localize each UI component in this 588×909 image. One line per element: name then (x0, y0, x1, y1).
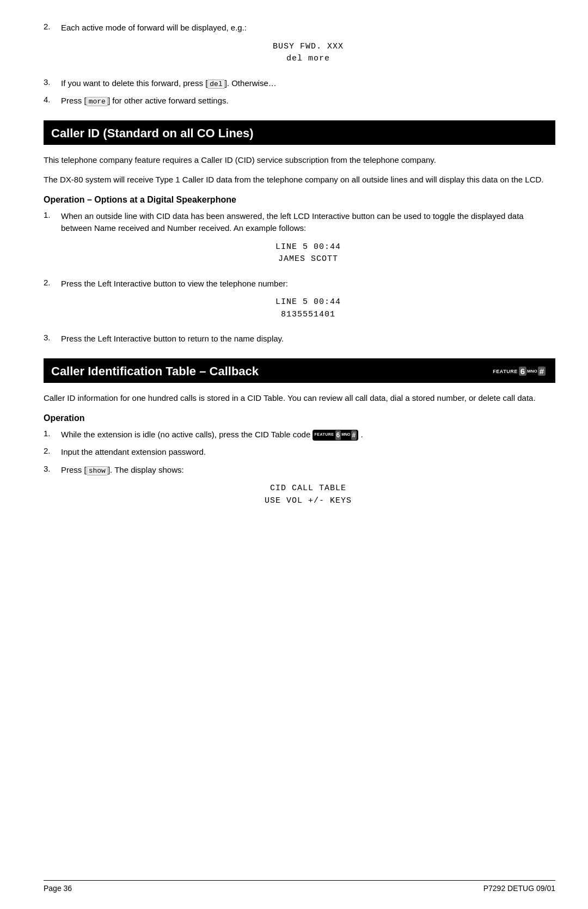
badge-mno-label: MNO (527, 369, 537, 374)
intro-item-4-text-before: Press [ (61, 96, 87, 105)
callback-item-1-text: While the extension is idle (no active c… (61, 430, 310, 439)
intro-item-3: 3. If you want to delete this forward, p… (44, 77, 555, 90)
intro-item-3-num: 3. (44, 77, 54, 87)
callback-body: Caller ID information for one hundred ca… (44, 392, 555, 514)
page-footer: Page 36 P7292 DETUG 09/01 (44, 880, 555, 893)
caller-id-item-1-num: 1. (44, 210, 54, 219)
intro-lcd-line2: del more (61, 53, 555, 65)
intro-section: 2. Each active mode of forward will be d… (44, 22, 555, 107)
caller-id-para1: This telephone company feature requires … (44, 154, 555, 167)
inline-badge-mno: MNO (341, 432, 350, 438)
intro-item-3-key: del (207, 80, 224, 89)
callback-item-2-num: 2. (44, 446, 54, 455)
callback-lcd-line1: CID CALL TABLE (61, 483, 555, 495)
caller-id-item-1: 1. When an outside line with CID data ha… (44, 210, 555, 272)
intro-item-4-num: 4. (44, 95, 54, 104)
callback-item-3: 3. Press [show]. The display shows: CID … (44, 464, 555, 514)
caller-id-subsection-title: Operation – Options at a Digital Speaker… (44, 195, 555, 205)
intro-item-2-num: 2. (44, 22, 54, 31)
callback-item-3-text-after: ]. The display shows: (108, 465, 184, 474)
badge-hash: # (538, 367, 546, 376)
intro-item-4-text-after: ] for other active forward settings. (108, 96, 229, 105)
callback-item-3-key: show (87, 466, 108, 475)
caller-id-item-2-text: Press the Left Interactive button to vie… (61, 279, 288, 288)
caller-id-item-3-text: Press the Left Interactive button to ret… (61, 334, 284, 343)
footer-page: Page 36 (44, 884, 72, 893)
callback-item-3-content: Press [show]. The display shows: CID CAL… (61, 464, 555, 514)
caller-id-body: This telephone company feature requires … (44, 154, 555, 345)
callback-lcd-line2: USE VOL +/- KEYS (61, 495, 555, 508)
intro-item-4-key: more (87, 97, 108, 106)
caller-id-item-2-content: Press the Left Interactive button to vie… (61, 278, 555, 328)
intro-item-4-content: Press [more] for other active forward se… (61, 95, 555, 107)
badge-feature-label: FEATURE (493, 369, 517, 374)
caller-id-title: Caller ID (Standard on all CO Lines) (51, 126, 254, 140)
intro-lcd-line1: BUSY FWD. XXX (61, 41, 555, 53)
intro-item-3-text-after: ]. Otherwise… (225, 78, 277, 88)
intro-item-2-lcd: BUSY FWD. XXX del more (61, 41, 555, 65)
badge-number: 6 (519, 367, 526, 376)
intro-item-3-content: If you want to delete this forward, pres… (61, 77, 555, 90)
caller-id-item-1-text: When an outside line with CID data has b… (61, 211, 524, 233)
callback-item-1-period: . (360, 430, 363, 439)
caller-id-item-3: 3. Press the Left Interactive button to … (44, 333, 555, 345)
callback-inline-badge: FEATURE6MNO# (313, 430, 358, 441)
callback-item-2-content: Input the attendant extension password. (61, 446, 555, 459)
callback-para1: Caller ID information for one hundred ca… (44, 392, 555, 405)
caller-id-lcd2-line1: LINE 5 00:44 (61, 296, 555, 309)
caller-id-item-3-content: Press the Left Interactive button to ret… (61, 333, 555, 345)
intro-item-2-text: Each active mode of forward will be disp… (61, 23, 247, 32)
caller-id-item-1-lcd: LINE 5 00:44 JAMES SCOTT (61, 241, 555, 266)
caller-id-item-2-num: 2. (44, 278, 54, 287)
caller-id-lcd1-line2: JAMES SCOTT (61, 253, 555, 266)
intro-item-2: 2. Each active mode of forward will be d… (44, 22, 555, 72)
callback-feature-badge: FEATURE6MNO# (491, 365, 548, 377)
caller-id-lcd1-line1: LINE 5 00:44 (61, 241, 555, 254)
callback-title: Caller Identification Table – Callback (51, 364, 259, 379)
intro-item-2-content: Each active mode of forward will be disp… (61, 22, 555, 72)
callback-item-2-text: Input the attendant extension password. (61, 447, 206, 456)
inline-badge-number: 6 (335, 430, 341, 440)
caller-id-lcd2-line2: 8135551401 (61, 309, 555, 321)
intro-item-4: 4. Press [more] for other active forward… (44, 95, 555, 107)
callback-item-3-text-before: Press [ (61, 465, 87, 474)
caller-id-item-1-content: When an outside line with CID data has b… (61, 210, 555, 272)
callback-operation-title: Operation (44, 413, 555, 423)
caller-id-item-2: 2. Press the Left Interactive button to … (44, 278, 555, 328)
callback-item-3-lcd: CID CALL TABLE USE VOL +/- KEYS (61, 483, 555, 507)
callback-item-1-content: While the extension is idle (no active c… (61, 429, 555, 441)
callback-item-3-num: 3. (44, 464, 54, 473)
caller-id-para2: The DX-80 system will receive Type 1 Cal… (44, 173, 555, 186)
caller-id-item-3-num: 3. (44, 333, 54, 342)
caller-id-item-2-lcd: LINE 5 00:44 8135551401 (61, 296, 555, 321)
footer-doc: P7292 DETUG 09/01 (483, 884, 555, 893)
callback-section-header: Caller Identification Table – Callback F… (44, 358, 555, 383)
callback-item-2: 2. Input the attendant extension passwor… (44, 446, 555, 459)
inline-badge-feature-label: FEATURE (314, 432, 334, 438)
caller-id-section-header: Caller ID (Standard on all CO Lines) (44, 120, 555, 145)
intro-item-3-text-before: If you want to delete this forward, pres… (61, 78, 207, 88)
callback-item-1: 1. While the extension is idle (no activ… (44, 429, 555, 441)
callback-item-1-num: 1. (44, 429, 54, 438)
inline-badge-hash: # (351, 430, 357, 440)
